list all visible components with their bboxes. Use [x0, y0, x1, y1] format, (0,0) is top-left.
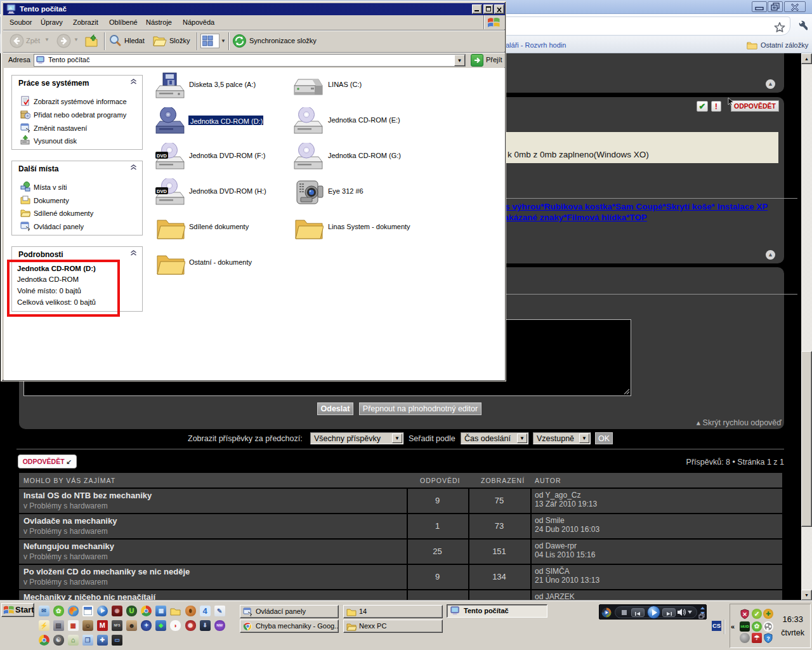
svg-text:DVD: DVD [157, 189, 167, 194]
svg-text:✕: ✕ [742, 611, 747, 618]
svg-text:DVD: DVD [157, 153, 167, 159]
svg-text:?: ? [766, 635, 770, 642]
